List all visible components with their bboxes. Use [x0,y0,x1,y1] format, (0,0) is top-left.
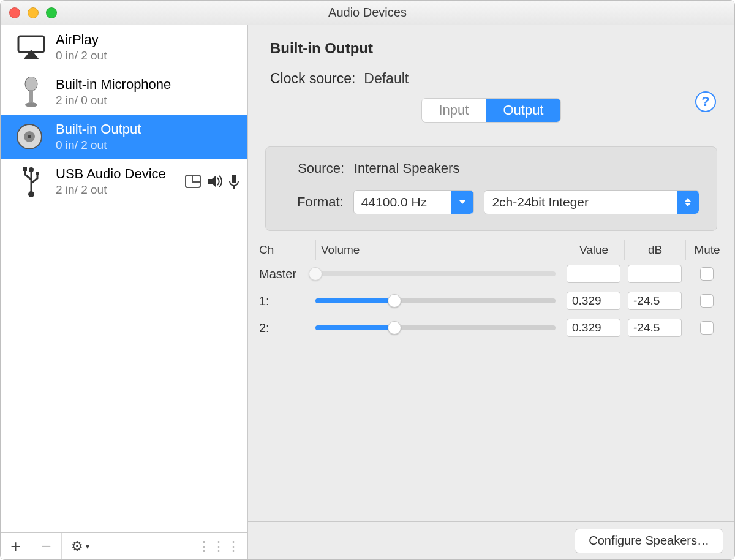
volume-slider[interactable] [315,325,556,330]
svg-point-7 [28,135,31,138]
usb-icon [15,165,47,197]
sidebar-footer: + − ⚙︎▾ ⋮⋮⋮ [1,532,247,559]
svg-point-4 [25,102,37,107]
device-builtin-mic[interactable]: Built-in Microphone 2 in/ 0 out [1,70,247,115]
channel-label: 1: [254,294,315,308]
mute-checkbox[interactable] [700,321,714,335]
svg-marker-14 [208,176,216,187]
io-segmented-control: Input Output [421,98,562,123]
col-mute: Mute [685,240,728,260]
svg-point-12 [28,191,34,197]
airplay-icon [15,31,47,63]
finder-icon [185,175,201,188]
device-sidebar: AirPlay 0 in/ 2 out Built-in Microphone … [1,25,248,559]
volume-row-1: 1: 0.329 -24.5 [254,287,728,314]
value-field[interactable]: 0.329 [567,292,620,310]
window-body: AirPlay 0 in/ 2 out Built-in Microphone … [1,25,734,559]
device-builtin-output[interactable]: Built-in Output 0 in/ 2 out [1,115,247,159]
window-title: Audio Devices [1,6,734,20]
help-button[interactable]: ? [695,91,716,112]
tab-output[interactable]: Output [486,99,560,122]
tab-input[interactable]: Input [422,99,486,122]
volume-slider[interactable] [315,298,556,303]
source-value: Internal Speakers [354,161,459,176]
volume-row-master: Master [254,260,728,287]
device-meta: 0 in/ 2 out [56,49,107,62]
device-name: Built-in Output [56,121,141,137]
svg-rect-3 [29,90,33,102]
col-value: Value [563,240,624,260]
volume-slider [315,271,556,276]
db-field[interactable]: -24.5 [628,319,682,337]
bit-depth-dropdown[interactable]: 2ch-24bit Integer [484,190,699,214]
device-usb-audio[interactable]: USB Audio Device 2 in/ 2 out [1,159,247,204]
chevron-down-icon [451,191,473,214]
value-field [567,265,620,283]
close-button[interactable] [9,7,20,18]
col-volume: Volume [315,240,563,260]
device-meta: 0 in/ 2 out [56,138,141,152]
minimize-button[interactable] [28,7,39,18]
volume-table: Ch Volume Value dB Mute Master 1: 0.3 [254,240,728,341]
svg-marker-19 [685,203,691,206]
mute-checkbox[interactable] [700,294,714,308]
chevron-updown-icon [677,191,699,214]
detail-header: Built-in Output Clock source: Default ? … [248,25,734,146]
svg-marker-1 [23,50,39,59]
speaker-icon [15,121,47,153]
svg-marker-17 [459,200,466,204]
device-name: USB Audio Device [56,166,166,182]
actions-menu-button[interactable]: ⚙︎▾ [62,533,99,559]
sample-rate-dropdown[interactable]: 44100.0 Hz [353,190,475,214]
sound-output-icon [207,175,223,188]
volume-table-header: Ch Volume Value dB Mute [254,240,728,260]
value-field[interactable]: 0.329 [567,319,620,337]
microphone-icon [15,76,47,108]
zoom-button[interactable] [46,7,57,18]
configure-speakers-button[interactable]: Configure Speakers… [575,529,723,553]
svg-rect-15 [232,175,236,183]
mute-checkbox[interactable] [700,267,714,281]
device-name: Built-in Microphone [56,77,171,93]
mic-indicator-icon [229,174,239,189]
device-list: AirPlay 0 in/ 2 out Built-in Microphone … [1,25,247,532]
format-panel: Source: Internal Speakers Format: 44100.… [265,146,717,231]
add-device-button[interactable]: + [1,533,31,559]
remove-device-button[interactable]: − [31,533,62,559]
titlebar: Audio Devices [1,1,734,25]
db-field [628,265,682,283]
format-label: Format: [283,194,344,210]
device-title: Built-in Output [270,40,712,57]
device-badges [185,174,239,189]
traffic-lights [9,7,57,18]
svg-marker-18 [685,198,691,202]
detail-footer: Configure Speakers… [248,521,734,559]
clock-source-label: Clock source: [270,70,355,87]
svg-point-2 [25,77,37,91]
device-name: AirPlay [56,32,107,48]
device-meta: 2 in/ 0 out [56,94,171,107]
svg-rect-10 [23,167,27,171]
device-meta: 2 in/ 2 out [56,183,166,197]
channel-label: 2: [254,321,315,335]
db-field[interactable]: -24.5 [628,292,682,310]
clock-source-value: Default [364,70,409,87]
col-channel: Ch [254,240,315,260]
channel-label: Master [254,267,315,281]
device-airplay[interactable]: AirPlay 0 in/ 2 out [1,25,247,70]
svg-point-11 [36,172,39,175]
col-db: dB [624,240,685,260]
source-label: Source: [283,161,344,176]
detail-pane: Built-in Output Clock source: Default ? … [248,25,734,559]
window: Audio Devices AirPlay 0 in/ 2 out [0,0,735,560]
resize-grip-icon[interactable]: ⋮⋮⋮ [197,539,241,554]
volume-row-2: 2: 0.329 -24.5 [254,314,728,341]
